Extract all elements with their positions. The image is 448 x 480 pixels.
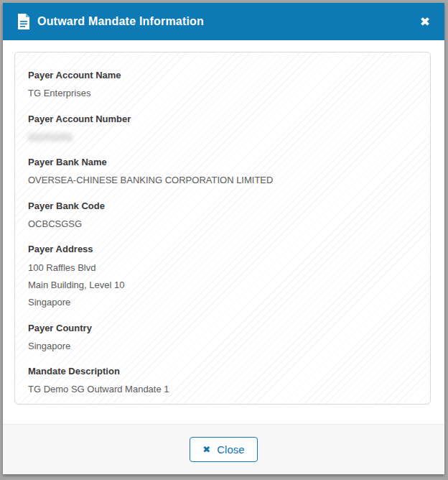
modal-footer: ✖ Close <box>3 424 444 474</box>
outward-mandate-modal: Outward Mandate Information ✖ Payer Acco… <box>3 3 444 474</box>
field-group: Mandate Description TG Demo SG Outward M… <box>28 366 417 395</box>
field-group: Payer Account Number 11101101 <box>28 114 417 143</box>
field-group: Payer Country Singapore <box>28 323 417 352</box>
field-group: Payer Bank Name OVERSEA-CHINESE BANKING … <box>28 157 417 186</box>
field-label: Payer Account Name <box>28 70 417 80</box>
field-label: Payer Bank Code <box>28 201 417 211</box>
field-label: Mandate Description <box>28 366 417 377</box>
field-value: OCBCSGSG <box>28 219 417 229</box>
field-group: Payer Account Name TG Enterprises <box>28 70 417 99</box>
field-value-redacted: 11101101 <box>28 132 417 142</box>
modal-header: Outward Mandate Information ✖ <box>3 3 444 40</box>
field-group: Payer Address 100 Raffles BlvdMain Build… <box>28 244 417 308</box>
field-value: Singapore <box>28 297 417 308</box>
field-value: OVERSEA-CHINESE BANKING CORPORATION LIMI… <box>28 175 417 185</box>
field-value: Singapore <box>28 341 417 351</box>
close-button[interactable]: ✖ Close <box>190 437 257 462</box>
field-label: Payer Address <box>28 244 417 254</box>
mandate-details-panel: Payer Account Name TG Enterprises Payer … <box>14 52 431 405</box>
field-value: TG Demo SG Outward Mandate 1 <box>28 384 417 394</box>
field-value: TG Enterprises <box>28 88 417 98</box>
field-label: Payer Bank Name <box>28 157 417 167</box>
field-value: Main Building, Level 10 <box>28 280 417 290</box>
document-icon <box>17 14 30 29</box>
field-group: Payer Bank Code OCBCSGSG <box>28 201 417 230</box>
close-button-x-icon: ✖ <box>202 445 210 454</box>
modal-body: Payer Account Name TG Enterprises Payer … <box>3 40 444 410</box>
close-icon[interactable]: ✖ <box>419 14 431 29</box>
field-value: 100 Raffles Blvd <box>28 263 417 273</box>
close-button-label: Close <box>217 443 244 456</box>
field-label: Payer Country <box>28 323 417 333</box>
modal-title: Outward Mandate Information <box>37 15 419 28</box>
field-label: Payer Account Number <box>28 114 417 124</box>
